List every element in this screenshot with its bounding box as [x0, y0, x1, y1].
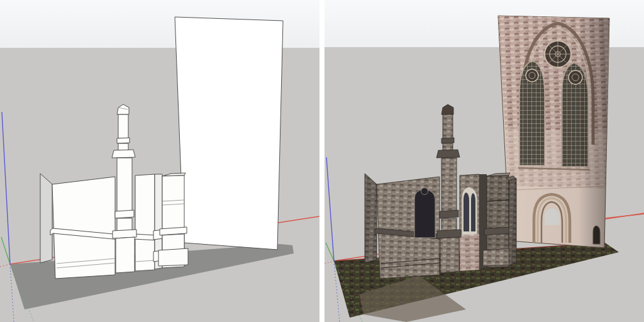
- spire-shaft: [117, 158, 132, 211]
- spire-collar: [436, 150, 460, 158]
- gothic-window-tracery: [462, 187, 477, 235]
- rubble-infill: [460, 234, 479, 271]
- return-wall-shade: [365, 174, 377, 263]
- wall-section-2[interactable]: [135, 174, 155, 271]
- pier-base-step: [158, 248, 188, 266]
- spire-band: [117, 138, 130, 143]
- chapel-model[interactable]: [40, 173, 188, 279]
- tall-facade-panel[interactable]: [175, 17, 283, 250]
- spire-shaft: [443, 114, 453, 138]
- return-wall-side[interactable]: [40, 174, 52, 263]
- gothic-window-dark: [414, 188, 435, 238]
- modeling-viewport-textured[interactable]: [325, 0, 644, 322]
- modeling-viewport-untextured[interactable]: [0, 0, 319, 322]
- spire-base: [440, 237, 459, 273]
- spire-band: [441, 138, 454, 143]
- spire-band: [440, 210, 458, 218]
- spire-shaft: [118, 143, 128, 150]
- spire-shaft: [441, 218, 457, 231]
- spire-shaft: [117, 218, 132, 231]
- viewport-comparison: [0, 0, 644, 322]
- spire-shaft: [441, 158, 457, 211]
- spire-shaft: [443, 143, 453, 150]
- pier-base-step: [483, 248, 513, 266]
- spire-collar: [112, 150, 135, 158]
- spire-base: [116, 237, 135, 273]
- panel-divider: [319, 0, 325, 322]
- spire-band: [115, 210, 134, 218]
- spire-shaft: [118, 114, 128, 138]
